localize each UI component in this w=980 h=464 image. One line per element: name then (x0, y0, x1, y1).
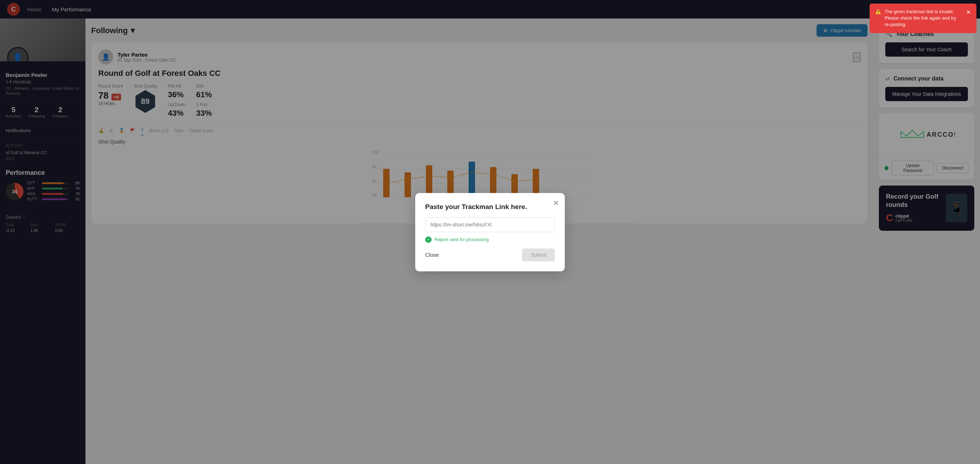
check-icon: ✓ (425, 237, 431, 243)
trackman-link-input[interactable] (425, 217, 555, 232)
modal-close-button[interactable]: Close (425, 252, 439, 258)
modal-title: Paste your Trackman Link here. (425, 203, 555, 211)
success-message: ✓ Report sent for processing (425, 237, 555, 243)
toast-close-icon[interactable]: ✕ (966, 8, 971, 16)
trackman-modal: Paste your Trackman Link here. ✕ ✓ Repor… (415, 193, 565, 271)
modal-overlay: Paste your Trackman Link here. ✕ ✓ Repor… (0, 0, 980, 464)
error-message: The given trackman link is invalid. Plea… (885, 8, 960, 28)
modal-submit-button[interactable]: Submit (522, 249, 555, 261)
modal-close-icon[interactable]: ✕ (553, 199, 559, 207)
success-text: Report sent for processing (434, 237, 488, 242)
warning-icon: ⚠️ (875, 8, 881, 15)
modal-actions: Close Submit (425, 249, 555, 261)
error-toast: ⚠️ The given trackman link is invalid. P… (870, 3, 977, 33)
